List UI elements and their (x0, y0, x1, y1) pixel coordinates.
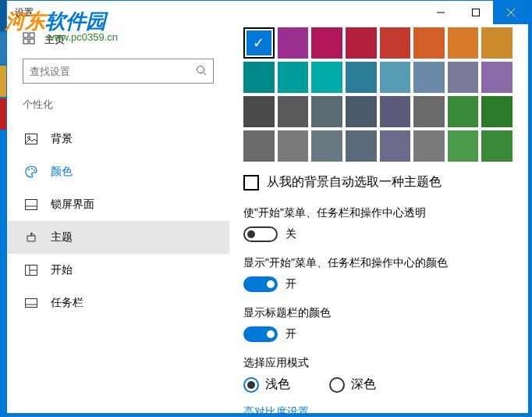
desktop-edge (0, 0, 6, 417)
color-swatch[interactable] (380, 96, 411, 127)
svg-point-8 (197, 66, 204, 73)
svg-point-13 (31, 168, 33, 169)
search-icon (196, 65, 207, 78)
color-swatch[interactable] (413, 96, 445, 127)
color-swatch[interactable] (413, 130, 445, 162)
color-swatch[interactable] (311, 62, 342, 93)
color-swatch[interactable] (278, 96, 309, 127)
search-input[interactable] (30, 66, 196, 77)
color-swatch[interactable] (243, 96, 275, 127)
color-swatch[interactable] (380, 130, 411, 162)
high-contrast-link[interactable]: 高对比度设置 (243, 405, 512, 413)
nav-item-colors[interactable]: 颜色 (23, 155, 214, 188)
nav-label: 锁屏界面 (51, 198, 94, 212)
home-icon (23, 32, 35, 48)
dark-label: 深色 (351, 376, 376, 393)
color-swatch[interactable] (243, 62, 275, 93)
color-swatch[interactable] (278, 27, 309, 59)
titlecolor-label: 显示标题栏的颜色 (243, 306, 512, 320)
color-swatch[interactable] (346, 62, 377, 93)
checkbox-icon[interactable] (243, 175, 259, 191)
color-palette: ✓ (243, 27, 512, 162)
color-swatch[interactable] (481, 62, 512, 93)
color-swatch[interactable] (380, 27, 411, 59)
taskbar-icon (24, 298, 38, 308)
color-swatch[interactable]: ✓ (243, 27, 275, 59)
color-swatch[interactable] (448, 62, 479, 93)
nav-label: 颜色 (51, 165, 73, 179)
auto-color-label: 从我的背景自动选取一种主题色 (267, 174, 442, 191)
color-swatch[interactable] (380, 62, 411, 93)
color-swatch[interactable] (481, 27, 512, 59)
auto-color-row[interactable]: 从我的背景自动选取一种主题色 (243, 174, 512, 191)
svg-rect-7 (30, 39, 34, 44)
svg-point-12 (28, 169, 30, 170)
window-title: 设置 (15, 6, 423, 20)
color-swatch[interactable] (413, 27, 445, 59)
titlebar: 设置 (7, 1, 528, 24)
svg-rect-16 (26, 206, 37, 210)
color-swatch[interactable] (346, 96, 377, 127)
showcolor-toggle[interactable] (243, 276, 278, 292)
nav-label: 任务栏 (51, 296, 83, 310)
appmode-light[interactable]: 浅色 (243, 376, 290, 393)
nav-item-taskbar[interactable]: 任务栏 (23, 287, 214, 319)
color-swatch[interactable] (413, 62, 445, 93)
light-label: 浅色 (265, 376, 290, 393)
transparency-state: 关 (286, 227, 296, 241)
appmode-dark[interactable]: 深色 (329, 376, 376, 393)
section-label: 个性化 (23, 98, 214, 112)
titlebar-controls (423, 1, 528, 24)
svg-point-14 (34, 169, 35, 171)
nav-item-themes[interactable]: 主题 (7, 221, 229, 254)
svg-line-9 (204, 72, 207, 75)
home-link[interactable]: 主页 (23, 32, 214, 48)
svg-rect-15 (26, 200, 37, 210)
titlecolor-toggle[interactable] (243, 326, 278, 342)
color-swatch[interactable] (481, 130, 512, 162)
color-swatch[interactable] (346, 27, 377, 59)
nav-label: 背景 (51, 132, 73, 146)
svg-point-11 (28, 137, 30, 139)
color-swatch[interactable] (311, 96, 342, 127)
appmode-label: 选择应用模式 (243, 356, 512, 370)
left-panel: 主页 个性化 背景 颜色 锁屏界面 (7, 24, 229, 413)
color-swatch[interactable] (243, 130, 275, 162)
color-swatch[interactable] (311, 27, 342, 59)
svg-rect-4 (23, 33, 28, 37)
color-swatch[interactable] (278, 62, 309, 93)
color-swatch[interactable] (481, 96, 512, 127)
search-box[interactable] (23, 59, 214, 84)
radio-icon[interactable] (243, 377, 259, 393)
svg-rect-1 (472, 9, 479, 16)
nav-item-lockscreen[interactable]: 锁屏界面 (23, 188, 214, 221)
theme-icon (24, 231, 38, 244)
color-swatch[interactable] (346, 130, 377, 162)
svg-rect-6 (23, 39, 28, 44)
start-icon (24, 265, 38, 276)
minimize-button[interactable] (423, 1, 458, 24)
color-swatch[interactable] (311, 130, 342, 162)
home-label: 主页 (44, 33, 65, 47)
showcolor-state: 开 (286, 277, 296, 291)
radio-icon[interactable] (329, 377, 345, 393)
titlecolor-state: 开 (286, 327, 296, 341)
color-swatch[interactable] (448, 130, 479, 162)
color-swatch[interactable] (278, 130, 309, 162)
nav-item-start[interactable]: 开始 (23, 254, 214, 287)
close-button[interactable] (493, 1, 528, 24)
right-panel: ✓ 从我的背景自动选取一种主题色 使"开始"菜单、任务栏和操作中心透明 关 显示… (229, 24, 528, 413)
picture-icon (24, 134, 38, 144)
color-swatch[interactable] (448, 96, 479, 127)
color-swatch[interactable] (448, 27, 479, 59)
nav-label: 主题 (51, 230, 73, 244)
palette-icon (24, 166, 38, 178)
transparency-toggle[interactable] (243, 226, 278, 242)
transparency-label: 使"开始"菜单、任务栏和操作中心透明 (243, 206, 512, 220)
showcolor-label: 显示"开始"菜单、任务栏和操作中心的颜色 (243, 256, 512, 270)
maximize-button[interactable] (458, 1, 493, 24)
svg-rect-5 (30, 33, 34, 37)
svg-rect-10 (26, 134, 37, 144)
nav-item-background[interactable]: 背景 (23, 123, 214, 155)
checkmark-icon: ✓ (253, 34, 264, 52)
